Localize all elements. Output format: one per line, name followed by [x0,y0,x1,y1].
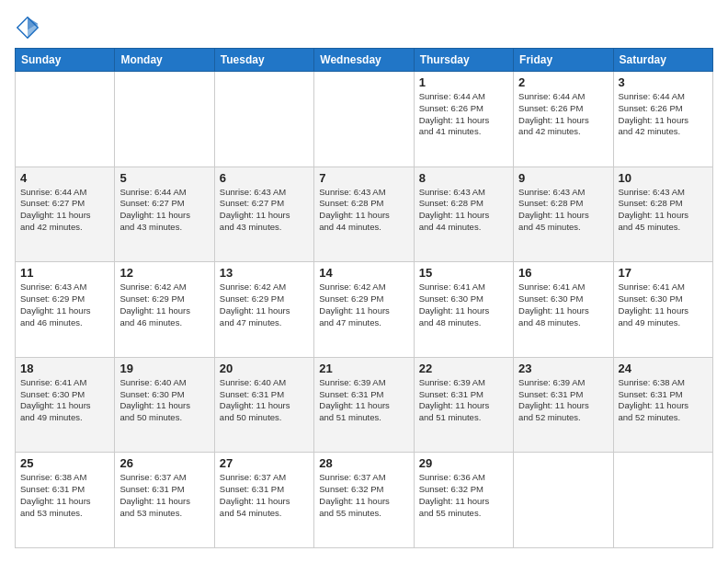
day-number: 12 [119,266,209,280]
day-number: 15 [419,266,508,280]
day-info: Sunrise: 6:42 AM Sunset: 6:29 PM Dayligh… [119,282,209,328]
calendar-week-3: 11Sunrise: 6:43 AM Sunset: 6:29 PM Dayli… [16,262,713,358]
calendar-cell: 11Sunrise: 6:43 AM Sunset: 6:29 PM Dayli… [16,262,115,358]
day-info: Sunrise: 6:43 AM Sunset: 6:28 PM Dayligh… [419,187,508,234]
day-info: Sunrise: 6:44 AM Sunset: 6:26 PM Dayligh… [419,91,508,138]
calendar-cell: 13Sunrise: 6:42 AM Sunset: 6:29 PM Dayli… [214,262,313,358]
calendar-cell: 19Sunrise: 6:40 AM Sunset: 6:30 PM Dayli… [115,357,214,453]
day-number: 28 [319,456,408,470]
calendar-cell: 2Sunrise: 6:44 AM Sunset: 6:26 PM Daylig… [514,72,613,167]
calendar-cell: 20Sunrise: 6:40 AM Sunset: 6:31 PM Dayli… [214,357,313,453]
calendar-table: SundayMondayTuesdayWednesdayThursdayFrid… [15,48,713,548]
day-info: Sunrise: 6:40 AM Sunset: 6:31 PM Dayligh… [220,377,309,424]
calendar-cell: 14Sunrise: 6:42 AM Sunset: 6:29 PM Dayli… [314,262,414,358]
day-number: 1 [419,75,508,89]
day-info: Sunrise: 6:41 AM Sunset: 6:30 PM Dayligh… [518,282,608,328]
day-info: Sunrise: 6:43 AM Sunset: 6:28 PM Dayligh… [319,187,408,234]
day-info: Sunrise: 6:42 AM Sunset: 6:29 PM Dayligh… [220,282,309,328]
calendar-cell [514,453,613,548]
day-info: Sunrise: 6:43 AM Sunset: 6:27 PM Dayligh… [220,187,309,234]
day-number: 18 [20,362,109,375]
day-info: Sunrise: 6:44 AM Sunset: 6:27 PM Dayligh… [119,187,209,234]
calendar-cell: 21Sunrise: 6:39 AM Sunset: 6:31 PM Dayli… [314,357,414,453]
day-info: Sunrise: 6:38 AM Sunset: 6:31 PM Dayligh… [20,472,109,519]
weekday-friday: Friday [514,49,613,72]
calendar-cell: 8Sunrise: 6:43 AM Sunset: 6:28 PM Daylig… [414,167,513,262]
day-info: Sunrise: 6:39 AM Sunset: 6:31 PM Dayligh… [319,377,408,424]
day-number: 16 [518,266,608,280]
day-info: Sunrise: 6:43 AM Sunset: 6:28 PM Dayligh… [518,187,608,234]
calendar-cell: 15Sunrise: 6:41 AM Sunset: 6:30 PM Dayli… [414,262,513,358]
day-number: 25 [20,456,109,470]
calendar-cell [115,72,214,167]
day-number: 27 [220,456,309,470]
day-number: 17 [619,266,708,280]
calendar-cell: 3Sunrise: 6:44 AM Sunset: 6:26 PM Daylig… [613,72,712,167]
logo [15,15,44,40]
page: SundayMondayTuesdayWednesdayThursdayFrid… [0,0,728,563]
calendar-cell: 9Sunrise: 6:43 AM Sunset: 6:28 PM Daylig… [514,167,613,262]
calendar-cell [314,72,414,167]
day-info: Sunrise: 6:44 AM Sunset: 6:27 PM Dayligh… [20,187,109,234]
calendar-cell: 5Sunrise: 6:44 AM Sunset: 6:27 PM Daylig… [115,167,214,262]
weekday-tuesday: Tuesday [214,49,313,72]
calendar-cell: 4Sunrise: 6:44 AM Sunset: 6:27 PM Daylig… [16,167,115,262]
calendar-cell: 23Sunrise: 6:39 AM Sunset: 6:31 PM Dayli… [514,357,613,453]
logo-icon [15,15,40,40]
day-number: 23 [518,362,608,375]
day-number: 3 [619,75,708,89]
day-number: 4 [20,171,109,185]
day-info: Sunrise: 6:41 AM Sunset: 6:30 PM Dayligh… [619,282,708,328]
day-info: Sunrise: 6:39 AM Sunset: 6:31 PM Dayligh… [419,377,508,424]
calendar-cell [214,72,313,167]
header [15,15,713,40]
day-info: Sunrise: 6:44 AM Sunset: 6:26 PM Dayligh… [518,91,608,138]
day-info: Sunrise: 6:38 AM Sunset: 6:31 PM Dayligh… [619,377,708,424]
day-info: Sunrise: 6:43 AM Sunset: 6:28 PM Dayligh… [619,187,708,234]
day-info: Sunrise: 6:36 AM Sunset: 6:32 PM Dayligh… [419,472,508,519]
weekday-monday: Monday [115,49,214,72]
day-number: 11 [20,266,109,280]
day-number: 29 [419,456,508,470]
calendar-cell: 1Sunrise: 6:44 AM Sunset: 6:26 PM Daylig… [414,72,513,167]
weekday-saturday: Saturday [613,49,712,72]
day-number: 24 [619,362,708,375]
calendar-cell: 24Sunrise: 6:38 AM Sunset: 6:31 PM Dayli… [613,357,712,453]
day-number: 8 [419,171,508,185]
weekday-thursday: Thursday [414,49,513,72]
calendar-week-5: 25Sunrise: 6:38 AM Sunset: 6:31 PM Dayli… [16,453,713,548]
calendar-cell: 27Sunrise: 6:37 AM Sunset: 6:31 PM Dayli… [214,453,313,548]
calendar-cell: 26Sunrise: 6:37 AM Sunset: 6:31 PM Dayli… [115,453,214,548]
day-info: Sunrise: 6:44 AM Sunset: 6:26 PM Dayligh… [619,91,708,138]
day-number: 14 [319,266,408,280]
calendar-week-2: 4Sunrise: 6:44 AM Sunset: 6:27 PM Daylig… [16,167,713,262]
calendar-week-4: 18Sunrise: 6:41 AM Sunset: 6:30 PM Dayli… [16,357,713,453]
calendar-cell: 22Sunrise: 6:39 AM Sunset: 6:31 PM Dayli… [414,357,513,453]
weekday-sunday: Sunday [16,49,115,72]
day-number: 26 [119,456,209,470]
weekday-header-row: SundayMondayTuesdayWednesdayThursdayFrid… [16,49,713,72]
day-number: 6 [220,171,309,185]
day-number: 20 [220,362,309,375]
day-number: 9 [518,171,608,185]
calendar-cell: 7Sunrise: 6:43 AM Sunset: 6:28 PM Daylig… [314,167,414,262]
calendar-cell: 29Sunrise: 6:36 AM Sunset: 6:32 PM Dayli… [414,453,513,548]
calendar-cell: 28Sunrise: 6:37 AM Sunset: 6:32 PM Dayli… [314,453,414,548]
calendar-cell: 18Sunrise: 6:41 AM Sunset: 6:30 PM Dayli… [16,357,115,453]
day-number: 22 [419,362,508,375]
day-info: Sunrise: 6:40 AM Sunset: 6:30 PM Dayligh… [119,377,209,424]
day-number: 7 [319,171,408,185]
calendar-cell: 12Sunrise: 6:42 AM Sunset: 6:29 PM Dayli… [115,262,214,358]
day-info: Sunrise: 6:37 AM Sunset: 6:31 PM Dayligh… [220,472,309,519]
day-number: 2 [518,75,608,89]
day-info: Sunrise: 6:41 AM Sunset: 6:30 PM Dayligh… [419,282,508,328]
day-number: 5 [119,171,209,185]
weekday-wednesday: Wednesday [314,49,414,72]
day-number: 21 [319,362,408,375]
day-info: Sunrise: 6:39 AM Sunset: 6:31 PM Dayligh… [518,377,608,424]
calendar-cell [613,453,712,548]
calendar-cell: 6Sunrise: 6:43 AM Sunset: 6:27 PM Daylig… [214,167,313,262]
day-info: Sunrise: 6:43 AM Sunset: 6:29 PM Dayligh… [20,282,109,328]
calendar-cell: 25Sunrise: 6:38 AM Sunset: 6:31 PM Dayli… [16,453,115,548]
day-number: 13 [220,266,309,280]
